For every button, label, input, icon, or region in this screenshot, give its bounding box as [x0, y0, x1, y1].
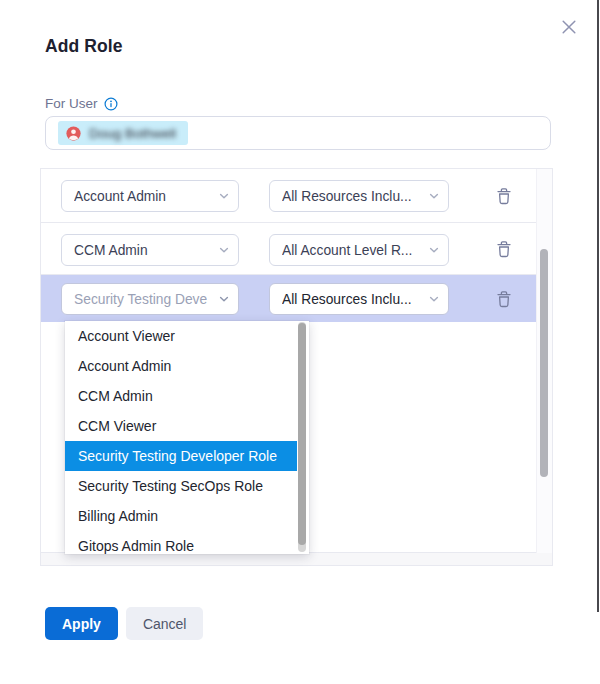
role-options-menu: Account Viewer Account Admin CCM Admin C…	[65, 321, 309, 554]
list-scrollbar-track	[536, 169, 552, 553]
chevron-down-icon	[428, 244, 440, 256]
role-option[interactable]: Security Testing Developer Role	[65, 441, 297, 471]
resource-group-value: All Account Level R...	[282, 243, 412, 258]
for-user-label: For User	[45, 96, 98, 111]
user-chip: Doug Bothwell	[58, 121, 188, 145]
cancel-button[interactable]: Cancel	[126, 607, 204, 640]
role-row: CCM Admin All Account Level R...	[41, 223, 536, 275]
role-option[interactable]: Account Admin	[65, 351, 297, 381]
delete-row-icon[interactable]	[493, 185, 515, 207]
role-option[interactable]: CCM Admin	[65, 381, 297, 411]
role-select-value: CCM Admin	[74, 243, 148, 258]
role-option[interactable]: Account Viewer	[65, 321, 297, 351]
role-select[interactable]: Account Admin	[61, 180, 239, 212]
apply-button[interactable]: Apply	[45, 607, 118, 640]
chevron-down-icon	[218, 293, 230, 305]
resource-group-select[interactable]: All Account Level R...	[269, 234, 449, 266]
chevron-down-icon	[218, 244, 230, 256]
role-assignment-list: Account Admin All Resources Inclu...	[40, 168, 553, 566]
role-rows-area: Account Admin All Resources Inclu...	[41, 169, 552, 553]
list-scrollbar-thumb[interactable]	[540, 249, 548, 477]
close-icon[interactable]	[556, 14, 582, 40]
user-name: Doug Bothwell	[89, 126, 176, 141]
resource-group-select[interactable]: All Resources Inclu...	[269, 180, 449, 212]
resource-group-value: All Resources Inclu...	[282, 189, 412, 204]
role-select-open[interactable]: Security Testing Deve	[61, 283, 239, 315]
role-select-value: Account Admin	[74, 189, 166, 204]
role-select-value: Security Testing Deve	[74, 292, 207, 307]
role-option[interactable]: Billing Admin	[65, 501, 297, 531]
role-option[interactable]: Gitops Admin Role	[65, 531, 297, 554]
role-option[interactable]: Security Testing SecOps Role	[65, 471, 297, 501]
role-select[interactable]: CCM Admin	[61, 234, 239, 266]
page-edge-strip	[597, 0, 599, 612]
role-row: Account Admin All Resources Inclu...	[41, 169, 536, 223]
role-option[interactable]: CCM Viewer	[65, 411, 297, 441]
delete-row-icon[interactable]	[493, 238, 515, 260]
user-field[interactable]: Doug Bothwell	[45, 116, 551, 150]
chevron-down-icon	[428, 190, 440, 202]
chevron-down-icon	[428, 293, 440, 305]
role-options: Account Viewer Account Admin CCM Admin C…	[65, 321, 297, 554]
role-row-highlighted: Security Testing Deve All Resources Incl…	[41, 275, 536, 322]
avatar	[66, 126, 81, 141]
for-user-label-row: For User	[45, 96, 118, 111]
info-icon[interactable]	[104, 97, 118, 111]
menu-scrollbar-thumb[interactable]	[298, 323, 306, 545]
resource-group-value: All Resources Inclu...	[282, 292, 412, 307]
resource-group-select[interactable]: All Resources Inclu...	[269, 283, 449, 315]
chevron-down-icon	[218, 190, 230, 202]
page-title: Add Role	[45, 36, 123, 57]
modal-actions: Apply Cancel	[45, 607, 203, 640]
delete-row-icon[interactable]	[493, 288, 515, 310]
